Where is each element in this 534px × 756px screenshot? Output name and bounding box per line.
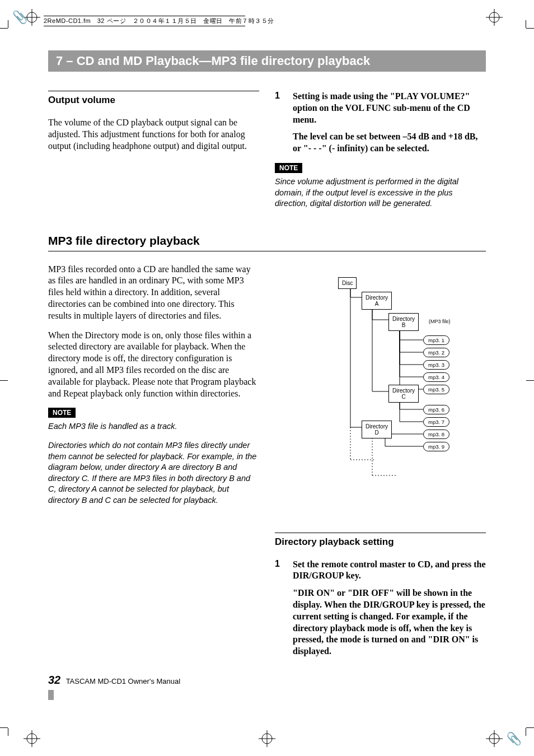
- registration-mark-icon: [259, 730, 275, 747]
- crop-mark: [0, 727, 8, 728]
- registration-mark-icon: [486, 730, 503, 747]
- crop-mark: [8, 20, 8, 28]
- diagram-node-dir-b: Directory B: [388, 313, 419, 331]
- crop-mark: [526, 380, 534, 381]
- step-subtext: The level can be set between –54 dB and …: [293, 131, 486, 155]
- note-badge: NOTE: [48, 408, 76, 418]
- left-column-lower: MP3 files recorded onto a CD are handled…: [48, 264, 259, 665]
- note-text: Each MP3 file is handled as a track.: [48, 421, 259, 432]
- step-number: 1: [275, 91, 283, 125]
- step-subtext: "DIR ON" or "DIR OFF" will be shown in t…: [293, 587, 486, 657]
- crop-mark: [526, 20, 526, 28]
- footer-text: TASCAM MD-CD1 Owner's Manual: [66, 677, 181, 685]
- heading-directory-playback-setting: Directory playback setting: [275, 533, 486, 548]
- step-row: 1 Setting is made using the "PLAY VOLUME…: [275, 91, 486, 125]
- page-number: 32: [48, 674, 60, 686]
- diagram-file: mp3. 3: [423, 360, 449, 370]
- filename-text: 2ReMD-CD1.fm 32 ページ ２００４年１１月５日 金曜日 午前７時３…: [44, 17, 274, 24]
- spiral-binding-icon: 📎: [12, 10, 27, 25]
- diagram-file: mp3. 8: [423, 430, 449, 439]
- registration-mark-icon: [24, 730, 40, 747]
- paragraph: The volume of the CD playback output sig…: [48, 117, 259, 152]
- heading-output-volume: Output volume: [48, 91, 259, 106]
- crop-mark: [0, 380, 8, 381]
- step-number: 1: [275, 559, 283, 582]
- crop-mark: [526, 728, 526, 736]
- crop-mark: [8, 728, 8, 736]
- diagram-file: mp3. 9: [423, 442, 449, 451]
- diagram-node-disc: Disc: [338, 277, 357, 289]
- diagram-file: mp3. 6: [423, 405, 449, 414]
- content-area: 7 – CD and MD Playback—MP3 file director…: [48, 50, 486, 665]
- diagram-file: mp3. 4: [423, 372, 449, 382]
- page-footer: 32 TASCAM MD-CD1 Owner's Manual: [48, 674, 180, 700]
- diagram-file: mp3. 5: [423, 385, 449, 394]
- right-column-upper: 1 Setting is made using the "PLAY VOLUME…: [275, 91, 486, 217]
- source-filename-bar: 2ReMD-CD1.fm 32 ページ ２００４年１１月５日 金曜日 午前７時３…: [44, 16, 274, 26]
- footer-tab-icon: [48, 690, 54, 700]
- step-text: Setting is made using the "PLAY VOLUME?"…: [293, 91, 486, 125]
- step-text: Set the remote control master to CD, and…: [293, 559, 486, 582]
- crop-mark: [526, 28, 534, 29]
- paragraph: When the Directory mode is on, only thos…: [48, 330, 259, 400]
- step-row: 1 Set the remote control master to CD, a…: [275, 559, 486, 582]
- diagram-file: mp3. 1: [423, 335, 449, 345]
- diagram-node-dir-c: Directory C: [388, 385, 419, 403]
- diagram-node-dir-a: Directory A: [362, 292, 392, 310]
- crop-mark: [0, 28, 8, 29]
- heading-mp3-playback: MP3 file directory playback: [48, 234, 486, 251]
- diagram-file: mp3. 7: [423, 417, 449, 427]
- right-column-lower: Disc Directory A Directory B Directory C…: [275, 264, 486, 665]
- two-column-layout-2: MP3 files recorded onto a CD are handled…: [48, 264, 486, 665]
- spiral-binding-icon: 📎: [507, 731, 522, 746]
- note-text: Since volume adjustment is performed in …: [275, 176, 486, 209]
- left-column: Output volume The volume of the CD playb…: [48, 91, 259, 217]
- page: 📎 📎 2ReMD-CD1.fm 32 ページ ２００４年１１月５日 金曜日 午…: [0, 0, 534, 756]
- note-badge: NOTE: [275, 163, 302, 173]
- note-text: Directories which do not contain MP3 fil…: [48, 440, 259, 506]
- diagram-label-mp3file: (MP3 file): [429, 319, 451, 324]
- diagram-file: mp3. 2: [423, 348, 449, 357]
- chapter-title-bar: 7 – CD and MD Playback—MP3 file director…: [48, 50, 486, 72]
- paragraph: MP3 files recorded onto a CD are handled…: [48, 264, 259, 322]
- two-column-layout: Output volume The volume of the CD playb…: [48, 91, 486, 217]
- diagram-node-dir-d: Directory D: [362, 421, 392, 438]
- crop-mark: [526, 727, 534, 728]
- directory-tree-diagram: Disc Directory A Directory B Directory C…: [284, 269, 486, 516]
- registration-mark-icon: [486, 9, 503, 26]
